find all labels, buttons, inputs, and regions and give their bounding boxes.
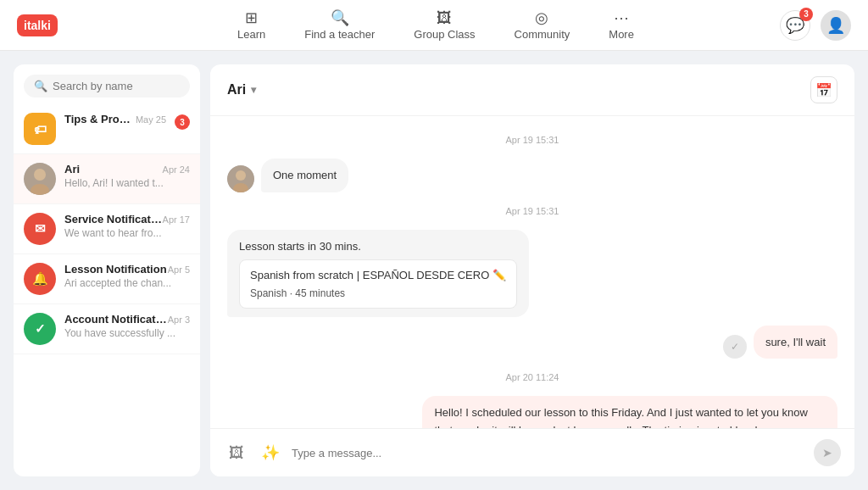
tips-badge: 3 [175, 114, 190, 130]
nav-items: ⊞ Learn 🔍 Find a teacher 🖼 Group Class ◎… [92, 7, 780, 44]
chat-messages: Apr 19 15:31 One moment Apr 19 15:31 [210, 116, 854, 428]
lesson-avatar: 🔔 [24, 263, 56, 295]
search-input-wrap[interactable]: 🔍 [24, 75, 190, 97]
message-lesson-starts: Lesson starts in 30 mins. Spanish from s… [227, 230, 837, 317]
chat-input-area: 🖼 ✨ ➤ [210, 428, 854, 476]
service-preview: We want to hear fro... [64, 227, 190, 239]
conv-item-service[interactable]: ✉ Service Notification Apr 17 We want to… [14, 204, 200, 254]
user-avatar-button[interactable]: 👤 [821, 10, 851, 41]
message-bubble-lesson-starts: Lesson starts in 30 mins. Spanish from s… [227, 230, 529, 317]
notification-button[interactable]: 💬 3 [780, 10, 810, 41]
logo[interactable]: italki [17, 14, 58, 36]
message-text-sure-wait: sure, I'll wait [765, 336, 826, 348]
nav-label-group-class: Group Class [414, 28, 475, 41]
send-icon: ➤ [822, 446, 832, 459]
message-bubble-long: Hello! I scheduled our lesson to this Fr… [422, 396, 837, 428]
message-text-one-moment: One moment [273, 169, 337, 181]
attachment-button[interactable]: 🖼 [224, 440, 249, 465]
conv-item-ari[interactable]: Ari Apr 24 Hello, Ari! I wanted t... [14, 154, 200, 204]
effects-icon: ✨ [261, 443, 280, 462]
conv-item-tips[interactable]: 🏷 Tips & Promotions May 25 3 [14, 104, 200, 154]
message-input[interactable] [292, 447, 805, 459]
ari-date: Apr 24 [163, 164, 190, 175]
nav-item-more[interactable]: ⋯ More [593, 7, 649, 44]
ari-avatar [24, 163, 56, 195]
tips-avatar: 🏷 [24, 113, 56, 145]
message-long: ✓ Hello! I scheduled our lesson to this … [227, 396, 837, 428]
message-sure-wait: ✓ sure, I'll wait [227, 326, 837, 359]
search-box: 🔍 [14, 64, 200, 104]
calendar-button[interactable]: 📅 [810, 76, 837, 103]
main-container: 🔍 🏷 Tips & Promotions May 25 3 [0, 51, 868, 490]
lesson-info: Lesson Notification Apr 5 Ari accepted t… [64, 263, 190, 289]
ari-name: Ari [64, 163, 80, 175]
lesson-date: Apr 5 [168, 264, 190, 275]
chat-title-button[interactable]: Ari ▾ [227, 82, 256, 97]
more-icon: ⋯ [614, 10, 629, 25]
sidebar: 🔍 🏷 Tips & Promotions May 25 3 [14, 64, 200, 476]
lesson-name: Lesson Notification [64, 263, 167, 276]
nav-item-find-teacher[interactable]: 🔍 Find a teacher [289, 7, 390, 44]
chevron-down-icon: ▾ [251, 84, 256, 96]
conv-item-lesson[interactable]: 🔔 Lesson Notification Apr 5 Ari accepted… [14, 254, 200, 304]
community-icon: ◎ [535, 10, 548, 25]
service-name: Service Notification [64, 213, 163, 226]
find-teacher-icon: 🔍 [331, 10, 349, 25]
tips-info: Tips & Promotions May 25 [64, 113, 166, 125]
conversation-list: 🏷 Tips & Promotions May 25 3 [14, 104, 200, 476]
lesson-preview: Ari accepted the chan... [64, 277, 190, 289]
attachment-icon: 🖼 [229, 444, 244, 462]
top-nav: italki ⊞ Learn 🔍 Find a teacher 🖼 Group … [0, 0, 868, 51]
ari-info: Ari Apr 24 Hello, Ari! I wanted t... [64, 163, 190, 189]
svg-point-1 [34, 169, 46, 181]
account-preview: You have successfully ... [64, 327, 190, 339]
notification-badge: 3 [799, 8, 813, 21]
logo-text: italki [17, 14, 58, 36]
lesson-start-text: Lesson starts in 30 mins. [239, 238, 517, 255]
group-class-icon: 🖼 [437, 10, 452, 25]
search-icon: 🔍 [34, 80, 47, 92]
account-avatar: ✓ [24, 313, 56, 345]
tips-name: Tips & Promotions [64, 113, 136, 125]
send-button[interactable]: ➤ [814, 439, 841, 466]
message-text-long: Hello! I scheduled our lesson to this Fr… [434, 406, 816, 428]
ari-msg-avatar [227, 165, 254, 192]
sent-status-icon: ✓ [723, 335, 747, 359]
nav-label-community: Community [515, 28, 570, 41]
nav-item-group-class[interactable]: 🖼 Group Class [398, 7, 490, 44]
conv-item-account[interactable]: ✓ Account Notification Apr 3 You have su… [14, 304, 200, 354]
date-divider-3: Apr 20 11:24 [227, 372, 837, 382]
user-avatar-icon: 👤 [826, 16, 845, 35]
nav-right: 💬 3 👤 [780, 10, 851, 41]
account-date: Apr 3 [168, 315, 190, 325]
account-info: Account Notification Apr 3 You have succ… [64, 313, 190, 339]
message-one-moment: One moment [227, 159, 837, 192]
tips-date: May 25 [136, 114, 166, 125]
calendar-icon: 📅 [815, 82, 832, 98]
effects-button[interactable]: ✨ [258, 440, 283, 465]
nav-label-learn: Learn [237, 28, 265, 41]
nav-item-community[interactable]: ◎ Community [499, 7, 586, 44]
lesson-card-title: Spanish from scratch | ESPAÑOL DESDE CER… [250, 267, 506, 284]
search-input[interactable] [53, 80, 180, 92]
service-info: Service Notification Apr 17 We want to h… [64, 213, 190, 239]
message-bubble-one-moment: One moment [261, 159, 348, 192]
learn-icon: ⊞ [245, 10, 258, 25]
lesson-card-meta: Spanish · 45 minutes [250, 286, 506, 301]
svg-point-4 [236, 170, 246, 181]
message-bubble-sure-wait: sure, I'll wait [754, 326, 837, 359]
service-avatar: ✉ [24, 213, 56, 245]
nav-label-find-teacher: Find a teacher [304, 28, 375, 41]
nav-label-more: More [609, 28, 634, 41]
service-date: Apr 17 [163, 214, 190, 225]
date-divider-1: Apr 19 15:31 [227, 135, 837, 145]
account-name: Account Notification [64, 313, 168, 326]
ari-preview: Hello, Ari! I wanted t... [64, 177, 190, 189]
date-divider-2: Apr 19 15:31 [227, 206, 837, 216]
chat-area: Ari ▾ 📅 Apr 19 15:31 One [210, 64, 854, 476]
lesson-card: Spanish from scratch | ESPAÑOL DESDE CER… [239, 259, 517, 309]
chat-header: Ari ▾ 📅 [210, 64, 854, 116]
nav-item-learn[interactable]: ⊞ Learn [222, 7, 281, 44]
chat-contact-name: Ari [227, 82, 246, 97]
